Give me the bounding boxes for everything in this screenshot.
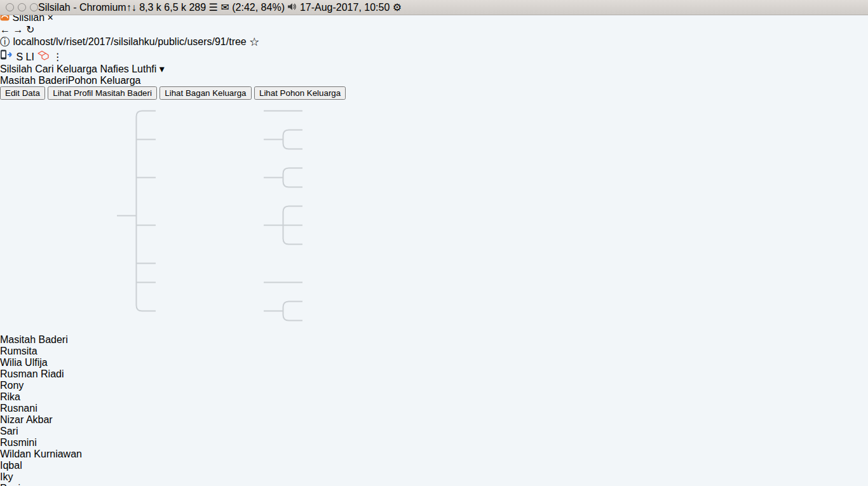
tree-node[interactable]: Iky [0,471,107,483]
family-tree: Masitah BaderiRumsitaWilia UlfijaRusman … [0,100,868,486]
tree-node[interactable]: Rika [0,391,107,403]
page-subtitle: Pohon Keluarga [68,75,141,86]
tree-node[interactable]: Masitah Baderi [0,334,107,346]
url-text: localhost/lv/riset/2017/silsilahku/publi… [13,36,246,47]
window-minimize-button[interactable] [18,3,26,11]
lihat-pohon-button[interactable]: Lihat Pohon Keluarga [254,86,346,100]
system-indicators: ↑↓ 8,3 k 6,5 k 289 ☰ ✉ (2:42, 84%) 17-Au… [126,1,402,13]
tree-node[interactable]: Rumsita [0,346,108,357]
tree-node[interactable]: Wildan Kurniawan [0,449,107,460]
sticky-notes-icon[interactable]: ☰ [209,2,218,13]
lihat-profil-button[interactable]: Lihat Profil Masitah Baderi [48,86,157,100]
tree-node[interactable]: Rusman Riadi [0,368,108,380]
tree-node[interactable]: Nizar Akbar [0,414,107,426]
forward-icon: → [13,24,23,35]
address-bar[interactable]: ⓘ localhost/lv/riset/2017/silsilahku/pub… [0,36,868,49]
action-button-group: Edit Data Lihat Profil Masitah Baderi Li… [0,86,868,100]
site-info-icon[interactable]: ⓘ [0,36,10,47]
url-host: localhost [13,36,53,47]
nav-cari-keluarga[interactable]: Cari Keluarga [35,64,97,74]
messenger-badge-icon[interactable]: 289 [189,2,206,13]
clock-label: 17-Aug-2017, 10:50 [300,2,390,13]
browser-toolbar: ← → ↻ ⓘ localhost/lv/riset/2017/silsilah… [0,24,868,63]
app-navbar: Silsilah Cari Keluarga Nafies Luthfi ▾ [0,63,868,75]
volume-icon[interactable] [287,3,297,11]
chevron-down-icon: ▾ [159,64,165,74]
window-close-button[interactable] [6,3,14,11]
page-header: Masitah BaderiPohon Keluarga [0,75,868,86]
tree-node[interactable]: Pani [0,483,108,486]
network-speed-label: 8,3 k 6,5 k [139,2,186,13]
mobile-view-extension-icon[interactable] [0,51,16,62]
page-title: Masitah Baderi [0,75,68,86]
tree-node[interactable]: Iqbal [0,460,107,471]
window-title: Silsilah - Chromium [38,2,126,13]
tree-node[interactable]: Wilia Ulfija [0,357,107,368]
url-path: /lv/riset/2017/silsilahku/public/users/9… [53,36,247,47]
network-speed-icon[interactable]: ↑↓ [126,2,137,13]
stylish-extension-icon[interactable]: S [16,51,23,62]
tree-node[interactable]: Sari [0,426,107,437]
system-panel: Silsilah - Chromium ↑↓ 8,3 k 6,5 k 289 ☰… [0,0,868,15]
back-icon[interactable]: ← [0,24,10,35]
mail-icon[interactable]: ✉ [220,2,229,13]
reload-icon[interactable]: ↻ [26,24,34,35]
bookmark-star-icon[interactable]: ☆ [249,36,259,47]
window-controls [0,3,38,11]
user-name: Nafies Luthfi [100,64,156,74]
page-content: Masitah BaderiPohon Keluarga Edit Data L… [0,75,868,486]
user-dropdown[interactable]: Nafies Luthfi ▾ [100,64,164,74]
tree-node[interactable]: Rusnani [0,403,108,414]
lihat-bagan-button[interactable]: Lihat Bagan Keluarga [159,86,251,100]
tree-node[interactable]: Rusmini [0,437,108,449]
tree-node[interactable]: Rony [0,380,107,391]
battery-label: (2:42, 84%) [232,2,285,13]
tree-connectors [0,100,445,332]
edit-data-button[interactable]: Edit Data [0,86,45,100]
laravel-extension-icon[interactable] [37,51,52,62]
window-maximize-button[interactable] [30,3,38,11]
lighthouse-extension-icon[interactable]: LI [26,51,34,62]
brand-link[interactable]: Silsilah [0,64,32,74]
session-gear-icon[interactable]: ⚙ [393,2,402,13]
browser-menu-icon[interactable]: ⋮ [53,51,63,62]
